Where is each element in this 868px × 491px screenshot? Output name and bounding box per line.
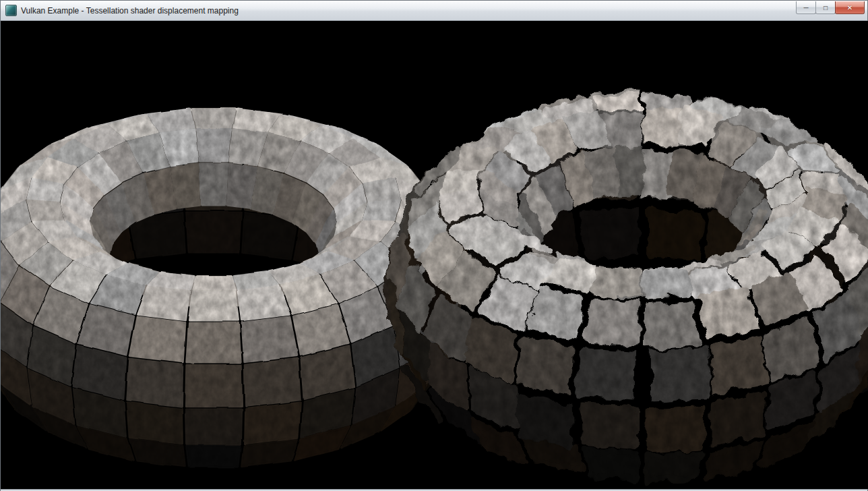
window-title: Vulkan Example - Tessellation shader dis… (21, 6, 793, 16)
app-window: Vulkan Example - Tessellation shader dis… (0, 0, 868, 491)
maximize-button[interactable]: □ (815, 1, 836, 14)
minimize-icon: ─ (803, 4, 808, 11)
window-controls: ─ □ ✕ (797, 1, 865, 14)
minimize-button[interactable]: ─ (796, 1, 816, 14)
maximize-icon: □ (824, 4, 828, 11)
app-icon (5, 5, 17, 16)
torus-scene (1, 21, 868, 489)
close-icon: ✕ (847, 4, 852, 11)
render-viewport[interactable] (1, 21, 867, 489)
close-button[interactable]: ✕ (835, 1, 865, 14)
titlebar[interactable]: Vulkan Example - Tessellation shader dis… (1, 1, 867, 21)
